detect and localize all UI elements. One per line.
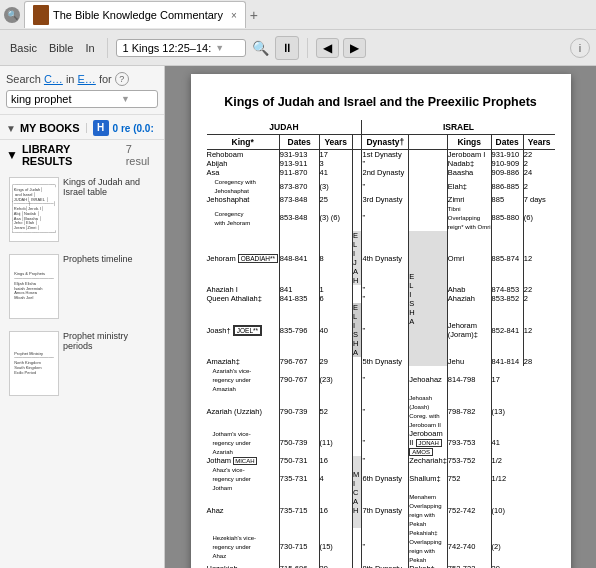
my-books-section-header[interactable]: ▼ MY BOOKS H 0 re (0.0: [0, 117, 164, 139]
add-tab-button[interactable]: + [246, 7, 262, 23]
judah-prophet-11 [352, 366, 361, 393]
israel-dates-15: 752 [447, 465, 491, 492]
search-help-icon[interactable]: ? [115, 72, 129, 86]
info-button[interactable]: i [570, 38, 590, 58]
israel-king-9: Jehoram (Joram)‡ [447, 303, 491, 357]
location-dropdown-icon: ▼ [215, 43, 224, 53]
thumb-table-1: ┌──────────────┐ │Kings of Judah│ │ and … [10, 182, 57, 237]
thumbnail-list: ┌──────────────┐ │Kings of Judah│ │ and … [0, 170, 164, 403]
judah-dates-6: 848-841 [279, 231, 319, 285]
search-input[interactable] [11, 93, 121, 105]
judah-king-4: Coregency withJehoshaphat [207, 177, 280, 195]
library-section-header[interactable]: ▼ LIBRARY RESULTS 7 resul [0, 139, 164, 170]
table-row: Jotham MICAH 750-731 16 MICAH " Zecharia… [207, 456, 555, 465]
page-title: Kings of Judah and Israel and the Preexi… [207, 94, 555, 110]
israel-king-18: Pekah‡ [409, 564, 448, 568]
table-row: Amaziah‡ 796-767 29 5th Dynasty Jehu 841… [207, 357, 555, 366]
list-item[interactable]: Prophet Ministry ────────────── North Ki… [6, 328, 158, 399]
back-button[interactable]: ◀ [316, 38, 339, 58]
col-israel-dynasty: Dynasty† [362, 135, 409, 150]
israel-dates-18: 752-732 [447, 564, 491, 568]
judah-prophet-5b [352, 204, 361, 231]
israel-dynasty-14: " [362, 456, 409, 465]
list-item[interactable]: ┌──────────────┐ │Kings of Judah│ │ and … [6, 174, 158, 245]
israel-king-10: Jehu [447, 357, 491, 366]
judah-prophet-7 [352, 285, 361, 294]
israel-king-6: Omri [447, 231, 491, 285]
israel-years-9: 12 [523, 303, 554, 357]
forward-button[interactable]: ▶ [343, 38, 366, 58]
judah-prophet-18 [352, 564, 361, 568]
israel-prophet-2 [409, 159, 448, 168]
content-area: Kings of Judah and Israel and the Preexi… [165, 66, 596, 568]
my-books-collapse-icon: ▼ [6, 123, 16, 134]
location-bar[interactable]: 1 Kings 12:25–14: ▼ [116, 39, 246, 57]
israel-prophet-5b [409, 204, 448, 231]
col-prophet-label [352, 135, 361, 150]
israel-years-5: 7 days [523, 195, 554, 204]
col-israel-years: Years [523, 135, 554, 150]
judah-years-10: 29 [319, 357, 352, 366]
blue-h-icon: H [93, 120, 109, 136]
table-row: Coregencywith Jehoram 853-848 (3) (6) " … [207, 204, 555, 231]
judah-king-3: Asa [207, 168, 280, 177]
israel-dynasty-1: 1st Dynasty [362, 150, 409, 160]
israel-dates-11: 814-798 [447, 366, 491, 393]
micah-label: MICAH [352, 456, 361, 528]
israel-dynasty-13: " [362, 429, 409, 456]
col-judah-dates: Dates [279, 135, 319, 150]
main-table: JUDAH ISRAEL King* Dates Years Dynasty† … [207, 120, 555, 568]
search-globe-icon[interactable]: 🔍 [250, 38, 271, 58]
judah-dates-3: 911-870 [279, 168, 319, 177]
thumb-table-3: Prophet Ministry ────────────── North Ki… [12, 350, 56, 378]
israel-dynasty-2: " [362, 159, 409, 168]
table-row: Ahaziah I 841 1 " Ahab 874-853 22 [207, 285, 555, 294]
israel-king-5: Zimri [447, 195, 491, 204]
judah-years-15: 4 [319, 465, 352, 492]
main-tab[interactable]: The Bible Knowledge Commentary × [24, 1, 246, 28]
thumbnail-2: Kings & Prophets ────────────── Elijah E… [9, 254, 59, 319]
israel-dynasty-15: 6th Dynasty [362, 465, 409, 492]
basic-button[interactable]: Basic [6, 40, 41, 56]
book-page: Kings of Judah and Israel and the Preexi… [191, 74, 571, 568]
search-scope-link[interactable]: E… [78, 73, 96, 85]
judah-dates-18: 715-686 [279, 564, 319, 568]
israel-years-13: 41 [491, 429, 523, 456]
judah-king-12: Azariah (Uzziah) [207, 393, 280, 429]
judah-king-5b: Coregencywith Jehoram [207, 204, 280, 231]
judah-king-18: Hezekiah [207, 564, 280, 568]
israel-dynasty-10: 5th Dynasty [362, 357, 409, 366]
search-label-mid: in E… for [66, 73, 112, 85]
search-dropdown-icon[interactable]: ▼ [121, 94, 130, 104]
judah-years-4: (3) [319, 177, 352, 195]
israel-dates-17: 742-740 [447, 528, 491, 564]
israel-years-5b: (6) [523, 204, 554, 231]
tab-close-button[interactable]: × [231, 10, 237, 21]
judah-dates-4: 873-870 [279, 177, 319, 195]
judah-prophet-1 [352, 150, 361, 160]
judah-years-5b: (3) (6) [319, 204, 352, 231]
elijah-label: ELIJAH [352, 231, 361, 285]
bible-button[interactable]: Bible [45, 40, 77, 56]
israel-dates-5: 885 [491, 195, 523, 204]
list-item[interactable]: Kings & Prophets ────────────── Elijah E… [6, 251, 158, 322]
israel-years-1: 22 [523, 150, 554, 160]
israel-years-15: 1/12 [491, 465, 523, 492]
table-row: Hezekiah's vice-regency underAhaz 730-71… [207, 528, 555, 564]
search-context-link[interactable]: C… [44, 73, 63, 85]
judah-years-1: 17 [319, 150, 352, 160]
main-layout: Search C… in E… for ? ▼ ▼ MY BOOKS H 0 r… [0, 66, 596, 568]
more-button[interactable]: In [81, 40, 98, 56]
audio-button[interactable]: ⏸ [275, 36, 299, 60]
israel-dynasty-5: 3rd Dynasty [362, 195, 409, 204]
israel-king-8: Ahaziah [447, 294, 491, 303]
separator-2 [307, 38, 308, 58]
israel-years-7: 22 [523, 285, 554, 294]
table-row: Hezekiah 715-686 29 8th Dynasty Pekah‡ 7… [207, 564, 555, 568]
tab-title: The Bible Knowledge Commentary [53, 9, 223, 21]
israel-king-11: Jehoahaz [409, 366, 448, 393]
israel-dates-7: 874-853 [491, 285, 523, 294]
judah-header: JUDAH [207, 120, 362, 135]
judah-king-15: Ahaz's vice-regency underJotham [207, 465, 280, 492]
judah-years-6: 8 [319, 231, 352, 285]
